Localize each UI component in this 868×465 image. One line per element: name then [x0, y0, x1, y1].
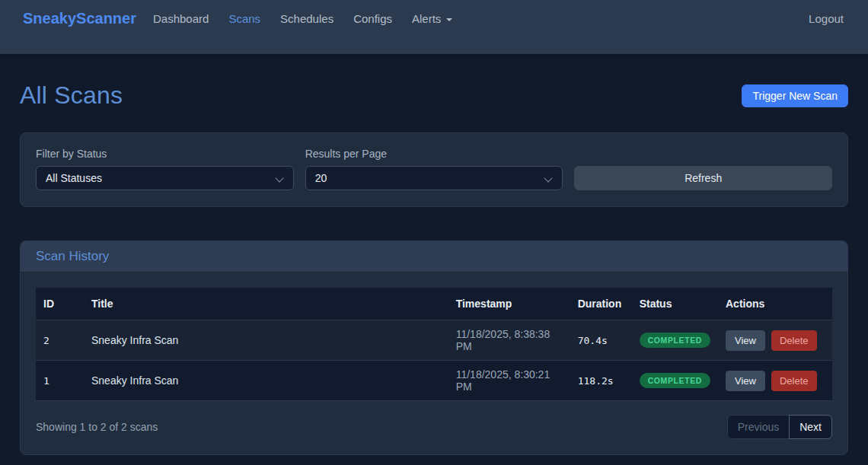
caret-down-icon: [446, 18, 452, 21]
delete-button[interactable]: Delete: [771, 371, 817, 391]
scan-timestamp: 11/18/2025, 8:30:21 PM: [448, 361, 570, 401]
nav-item-scans[interactable]: Scans: [228, 12, 260, 26]
column-header-id: ID: [36, 288, 84, 320]
table-row: 1 Sneaky Infra Scan 11/18/2025, 8:30:21 …: [36, 361, 832, 401]
scan-actions-cell: ViewDelete: [718, 361, 832, 401]
chevron-down-icon: [275, 174, 283, 182]
refresh-button[interactable]: Refresh: [574, 166, 832, 190]
logout-link[interactable]: Logout: [809, 10, 844, 25]
trigger-new-scan-button[interactable]: Trigger New Scan: [742, 84, 848, 107]
column-header-title: Title: [84, 288, 448, 320]
pagination-previous-button[interactable]: Previous: [727, 415, 790, 439]
table-row: 2 Sneaky Infra Scan 11/18/2025, 8:38:38 …: [36, 320, 832, 361]
status-filter-group: Filter by Status All Statuses: [36, 148, 294, 190]
page-header: All Scans Trigger New Scan: [20, 81, 848, 110]
per-page-select[interactable]: 20: [305, 166, 563, 190]
scan-history-title: Scan History: [21, 241, 847, 272]
column-header-duration: Duration: [570, 288, 632, 320]
results-summary: Showing 1 to 2 of 2 scans: [36, 421, 158, 433]
column-header-actions: Actions: [718, 288, 832, 320]
nav-links: Dashboard Scans Schedules Configs Alerts: [153, 10, 452, 26]
view-button[interactable]: View: [726, 371, 765, 391]
delete-button[interactable]: Delete: [771, 330, 817, 351]
scan-title: Sneaky Infra Scan: [84, 361, 448, 401]
chevron-down-icon: [544, 174, 553, 182]
scan-actions-cell: ViewDelete: [718, 320, 832, 361]
scan-id: 2: [36, 320, 84, 361]
view-button[interactable]: View: [726, 330, 765, 351]
nav-item-dashboard[interactable]: Dashboard: [153, 12, 209, 26]
scan-duration: 118.2s: [570, 361, 632, 401]
nav-item-alerts-dropdown[interactable]: Alerts: [412, 12, 452, 26]
status-badge: COMPLETED: [640, 373, 710, 388]
status-filter-value: All Statuses: [46, 172, 102, 184]
table-footer: Showing 1 to 2 of 2 scans Previous Next: [36, 415, 832, 439]
pagination: Previous Next: [727, 415, 832, 439]
filter-card: Filter by Status All Statuses Results pe…: [20, 132, 848, 207]
per-page-label: Results per Page: [305, 148, 563, 160]
navbar: SneakyScanner Dashboard Scans Schedules …: [0, 0, 868, 54]
table-header-row: ID Title Timestamp Duration Status Actio…: [36, 288, 832, 320]
scan-title: Sneaky Infra Scan: [84, 320, 448, 361]
status-badge: COMPLETED: [640, 333, 710, 348]
page-title: All Scans: [20, 81, 123, 110]
scan-history-body: ID Title Timestamp Duration Status Actio…: [21, 272, 847, 454]
scan-duration: 70.4s: [570, 320, 632, 361]
pagination-next-button[interactable]: Next: [789, 415, 832, 439]
status-filter-select[interactable]: All Statuses: [36, 166, 294, 190]
scan-status-cell: COMPLETED: [632, 320, 718, 361]
scan-history-card: Scan History ID Title Timestamp Duration…: [20, 240, 848, 455]
nav-item-configs[interactable]: Configs: [353, 12, 392, 26]
scan-history-table: ID Title Timestamp Duration Status Actio…: [36, 288, 832, 401]
nav-item-alerts-label: Alerts: [412, 12, 441, 25]
status-filter-label: Filter by Status: [36, 148, 294, 160]
main-content: All Scans Trigger New Scan Filter by Sta…: [0, 81, 868, 455]
scan-status-cell: COMPLETED: [632, 361, 718, 401]
column-header-timestamp: Timestamp: [448, 288, 570, 320]
per-page-value: 20: [315, 172, 327, 184]
refresh-group: Refresh: [574, 148, 832, 190]
brand-logo[interactable]: SneakyScanner: [23, 10, 136, 27]
nav-item-schedules[interactable]: Schedules: [280, 12, 333, 26]
scan-timestamp: 11/18/2025, 8:38:38 PM: [448, 320, 570, 361]
column-header-status: Status: [632, 288, 718, 320]
scan-id: 1: [36, 361, 84, 401]
per-page-group: Results per Page 20: [305, 148, 563, 190]
